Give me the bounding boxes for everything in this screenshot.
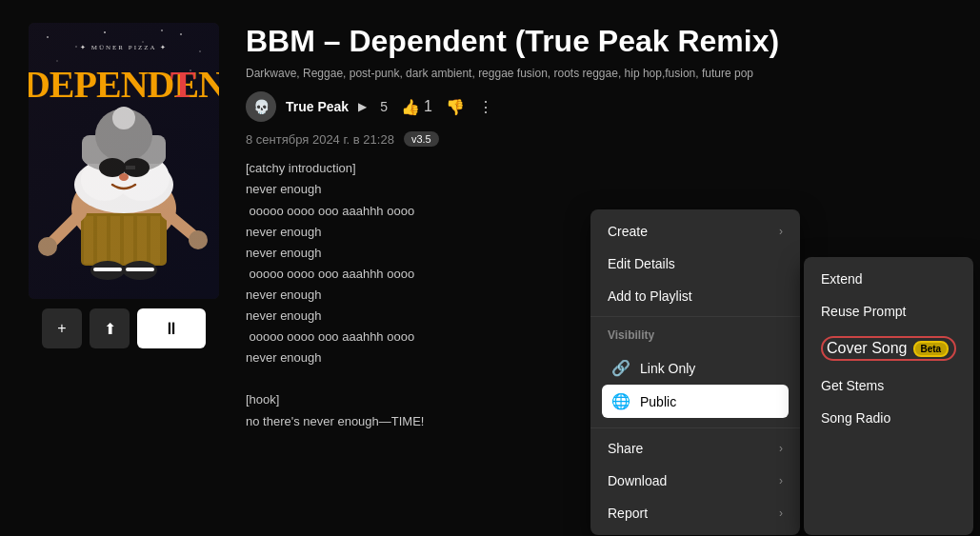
thumbs-down-icon: 👎 xyxy=(446,98,465,116)
song-title: BBM – Dependent (True Peak Remix) xyxy=(246,23,951,59)
visibility-label: Visibility xyxy=(590,321,800,346)
submenu-item-song-radio[interactable]: Song Radio xyxy=(804,402,973,434)
add-icon: + xyxy=(57,320,66,337)
beta-badge: Beta xyxy=(913,341,950,357)
add-button[interactable]: + xyxy=(42,308,82,348)
globe-icon: 🌐 xyxy=(611,392,630,410)
svg-rect-40 xyxy=(29,23,219,299)
lyrics-line: [catchy introduction] xyxy=(246,158,951,179)
like-button[interactable]: 👍 1 xyxy=(401,98,432,116)
player-controls: + ⬆ ⏸ xyxy=(42,308,206,348)
menu-divider xyxy=(590,316,800,317)
dropdown-container: Create › Edit Details Add to Playlist Vi… xyxy=(590,209,973,535)
meta-row: 8 сентября 2024 г. в 21:28 v3.5 xyxy=(246,131,951,147)
submenu-item-cover-song[interactable]: Cover Song Beta xyxy=(804,328,973,369)
play-count-row: ▶ 5 👍 1 👎 ⋮ xyxy=(358,98,493,116)
submenu-item-reuse-prompt[interactable]: Reuse Prompt xyxy=(804,295,973,328)
submenu-item-get-stems[interactable]: Get Stems xyxy=(804,369,973,402)
pause-button[interactable]: ⏸ xyxy=(137,308,206,348)
more-icon: ⋮ xyxy=(478,98,493,116)
dislike-button[interactable]: 👎 xyxy=(446,98,465,116)
context-menu: Create › Edit Details Add to Playlist Vi… xyxy=(590,209,800,535)
publish-date: 8 сентября 2024 г. в 21:28 xyxy=(246,132,394,147)
visibility-section: 🔗 Link Only 🌐 Public xyxy=(590,346,800,424)
artist-row: 💀 True Peak ▶ 5 👍 1 👎 ⋮ xyxy=(246,91,951,122)
menu-item-report[interactable]: Report › xyxy=(590,497,800,529)
arrow-right-icon-4: › xyxy=(779,506,783,520)
menu-item-public[interactable]: 🌐 Public xyxy=(602,385,789,418)
chain-icon: 🔗 xyxy=(611,359,630,377)
arrow-right-icon-3: › xyxy=(779,474,783,487)
song-tags: Darkwave, Reggae, post-punk, dark ambien… xyxy=(246,67,951,80)
share-button[interactable]: ⬆ xyxy=(90,308,130,348)
version-badge: v3.5 xyxy=(404,131,439,147)
submenu: Extend Reuse Prompt Cover Song Beta Get … xyxy=(804,257,973,535)
menu-divider-2 xyxy=(590,427,800,428)
play-count: 5 xyxy=(380,99,388,114)
menu-item-download[interactable]: Download › xyxy=(590,465,800,497)
left-panel: ✦ MÜNER PIZZA ✦ DEPENDEN T xyxy=(29,23,219,513)
menu-item-create[interactable]: Create › xyxy=(590,215,800,248)
menu-item-edit-details[interactable]: Edit Details xyxy=(590,248,800,280)
more-options-button[interactable]: ⋮ xyxy=(478,98,493,116)
share-icon: ⬆ xyxy=(104,320,116,338)
thumbs-up-icon: 👍 xyxy=(401,98,420,116)
menu-item-share[interactable]: Share › xyxy=(590,432,800,465)
artist-name: True Peak xyxy=(286,99,349,114)
album-art: ✦ MÜNER PIZZA ✦ DEPENDEN T xyxy=(29,23,219,299)
arrow-right-icon-2: › xyxy=(779,442,783,455)
pause-icon: ⏸ xyxy=(163,319,180,339)
submenu-item-extend[interactable]: Extend xyxy=(804,263,973,295)
cover-song-ring: Cover Song Beta xyxy=(821,336,956,361)
arrow-right-icon: › xyxy=(779,225,783,238)
play-icon: ▶ xyxy=(358,100,367,113)
artist-avatar: 💀 xyxy=(246,91,276,122)
lyrics-line: never enough xyxy=(246,179,951,200)
like-count: 1 xyxy=(424,98,432,115)
menu-item-link-only[interactable]: 🔗 Link Only xyxy=(602,351,789,385)
menu-item-add-playlist[interactable]: Add to Playlist xyxy=(590,280,800,312)
